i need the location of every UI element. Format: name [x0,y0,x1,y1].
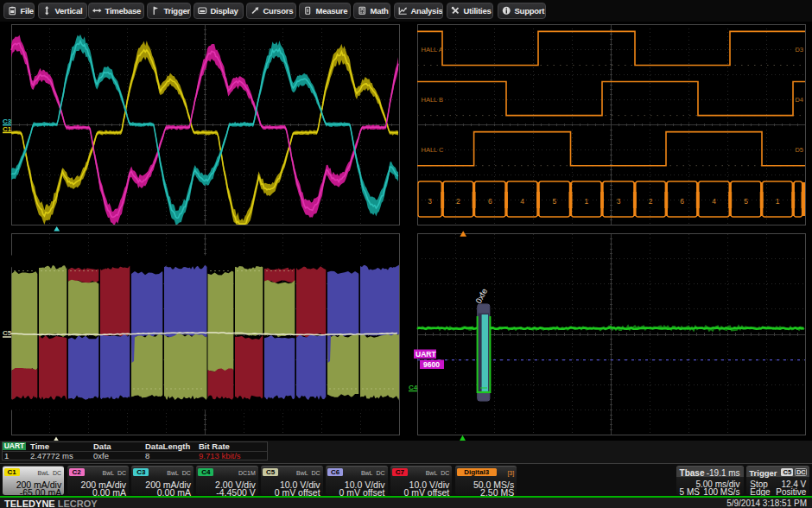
svg-text:HALL B: HALL B [422,96,444,104]
svg-text:6: 6 [488,197,492,206]
svg-text:3: 3 [428,197,432,206]
svg-text:UART: UART [416,350,436,359]
svg-text:1: 1 [584,197,588,206]
svg-text:HALL A: HALL A [422,46,443,54]
svg-text:2: 2 [456,197,460,206]
svg-text:C4: C4 [409,384,418,391]
svg-text:5: 5 [552,197,556,206]
svg-text:C5: C5 [3,329,12,337]
svg-text:4: 4 [520,197,524,206]
svg-text:C1: C1 [3,125,12,133]
svg-text:D3: D3 [795,46,803,54]
svg-text:HALL C: HALL C [422,146,445,154]
svg-text:C3: C3 [3,117,12,125]
svg-text:4: 4 [712,197,716,206]
svg-text:2: 2 [649,197,653,206]
svg-text:D4: D4 [795,96,803,104]
svg-text:9600: 9600 [423,360,440,369]
svg-text:D5: D5 [795,146,803,154]
svg-text:5: 5 [744,197,748,206]
svg-text:1: 1 [776,197,780,206]
svg-text:3: 3 [617,197,621,206]
svg-text:0xfe: 0xfe [473,287,489,305]
svg-text:6: 6 [680,197,684,206]
